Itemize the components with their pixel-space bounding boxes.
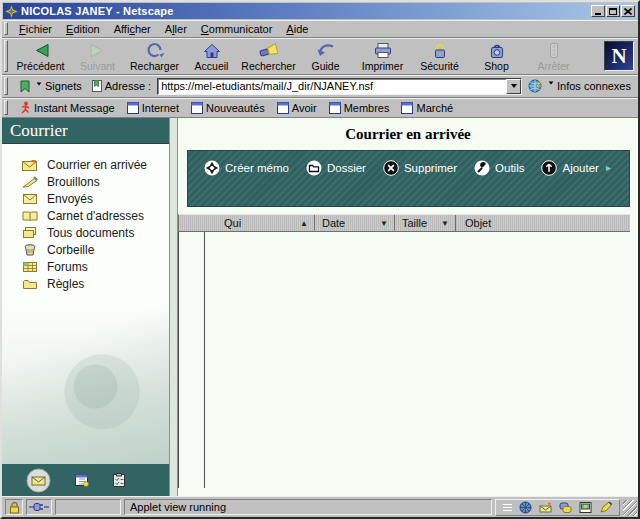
mail-action-toolbar: Créer mémo Dossier Supprimer Outils Ajou… — [187, 150, 630, 207]
membres-button[interactable]: Membres — [325, 101, 394, 115]
shop-button[interactable]: Shop — [468, 40, 525, 73]
related-info-button[interactable]: Infos connexes — [524, 78, 635, 94]
folder-list: Courrier en arrivée Brouillons Envoyés C… — [2, 144, 169, 292]
column-header-qui[interactable]: Qui ▲ — [179, 215, 315, 231]
sidebar-item-forums[interactable]: Forums — [22, 258, 169, 275]
column-header-date[interactable]: Date ▼ — [315, 215, 395, 231]
mail-list-area[interactable] — [178, 232, 630, 488]
sidebar-item-drafts[interactable]: Brouillons — [22, 173, 169, 190]
sidebar-watermark-image — [2, 292, 169, 464]
menu-aide[interactable]: Aide — [279, 22, 315, 36]
security-status[interactable] — [5, 499, 23, 515]
menu-fichier[interactable]: Fichier — [12, 22, 59, 36]
resize-grip[interactable] — [623, 500, 637, 516]
address-input[interactable] — [158, 80, 506, 92]
tools-button[interactable]: Outils — [474, 160, 524, 178]
menu-bar: Fichier Edition Afficher Aller Communica… — [2, 20, 638, 38]
sidebar-item-all-documents[interactable]: Tous documents — [22, 224, 169, 241]
sort-desc-icon[interactable]: ▼ — [441, 219, 449, 228]
search-button[interactable]: Rechercher — [240, 40, 297, 73]
stop-button[interactable]: Arrêter — [525, 40, 582, 73]
shop-icon — [487, 42, 507, 60]
sort-asc-icon[interactable]: ▲ — [300, 219, 308, 228]
internet-button[interactable]: Internet — [123, 101, 183, 115]
delete-icon — [383, 160, 399, 176]
security-button[interactable]: Sécurité — [411, 40, 468, 73]
url-dropdown-button[interactable] — [506, 79, 521, 94]
create-memo-icon — [204, 160, 220, 176]
page-content: Courrier Courrier en arrivée Brouillons … — [2, 118, 638, 496]
column-header-objet[interactable]: Objet — [456, 215, 630, 231]
webpage-icon — [127, 102, 139, 114]
webpage-icon — [277, 102, 289, 114]
back-button[interactable]: Précédent — [12, 40, 69, 73]
search-icon — [259, 42, 279, 60]
sidebar-item-trash[interactable]: Corbeille — [22, 241, 169, 258]
sidebar-item-address-book[interactable]: Carnet d'adresses — [22, 207, 169, 224]
calendar-icon[interactable] — [75, 473, 89, 487]
trash-icon — [22, 244, 38, 256]
minimize-button[interactable] — [591, 5, 605, 17]
bookmark-icon — [18, 80, 32, 93]
address-book-icon[interactable] — [579, 501, 592, 514]
create-memo-button[interactable]: Créer mémo — [204, 160, 289, 178]
address-book-icon — [22, 210, 38, 222]
dropdown-caret-icon — [511, 84, 517, 88]
nouveautes-button[interactable]: Nouveautés — [187, 101, 269, 115]
online-status[interactable] — [26, 499, 52, 515]
forward-icon — [88, 42, 108, 60]
maximize-button[interactable] — [606, 5, 620, 17]
folder-icon — [306, 160, 322, 176]
sidebar-item-rules[interactable]: Règles — [22, 275, 169, 292]
minimize-icon — [595, 13, 601, 15]
menu-edition[interactable]: Edition — [59, 22, 107, 36]
menu-aller[interactable]: Aller — [158, 22, 194, 36]
reload-icon — [145, 42, 165, 60]
mail-circle-icon[interactable] — [26, 468, 51, 493]
forward-button[interactable]: Suivant — [69, 40, 126, 73]
stop-icon — [544, 42, 564, 60]
navigator-icon[interactable] — [519, 501, 532, 514]
close-button[interactable] — [621, 5, 635, 17]
selection-margin-column — [179, 232, 205, 488]
bookmarks-button[interactable]: Signets — [14, 79, 86, 94]
checklist-icon[interactable] — [113, 473, 125, 487]
window-title: NICOLAS JANEY - Netscape — [21, 5, 590, 17]
menu-communicator[interactable]: Communicator — [194, 22, 280, 36]
instant-message-button[interactable]: Instant Message — [16, 100, 119, 115]
netscape-logo[interactable]: N — [604, 41, 634, 71]
home-button[interactable]: Accueil — [183, 40, 240, 73]
webpage-icon — [401, 102, 413, 114]
sidebar-item-inbox[interactable]: Courrier en arrivée — [22, 156, 169, 173]
toolbar-grip[interactable] — [4, 100, 8, 115]
page-proxy-icon-wrap[interactable]: Adresse : — [88, 79, 155, 93]
marche-button[interactable]: Marché — [397, 101, 457, 115]
component-bar-grip[interactable] — [503, 504, 512, 511]
progress-meter — [55, 499, 121, 515]
column-header-taille[interactable]: Taille ▼ — [395, 215, 456, 231]
avoir-button[interactable]: Avoir — [273, 101, 321, 115]
address-bar: Signets Adresse : Infos connexes — [2, 75, 638, 98]
toolbar-grip[interactable] — [4, 22, 8, 35]
guide-button[interactable]: Guide — [297, 40, 354, 73]
page-icon — [92, 80, 102, 92]
menu-afficher[interactable]: Afficher — [107, 22, 158, 36]
inbox-icon — [22, 159, 38, 171]
sidebar-item-sent[interactable]: Envoyés — [22, 190, 169, 207]
add-button[interactable]: Ajouter ▸ — [541, 160, 610, 178]
reload-button[interactable]: Recharger — [126, 40, 183, 73]
webpage-icon — [191, 102, 203, 114]
toolbar-grip[interactable] — [4, 40, 8, 72]
sort-desc-icon[interactable]: ▼ — [380, 219, 388, 228]
toolbar-grip[interactable] — [4, 77, 8, 95]
folder-button[interactable]: Dossier — [306, 160, 366, 178]
sent-icon — [22, 193, 38, 205]
discussions-icon[interactable] — [559, 501, 572, 514]
print-button[interactable]: Imprimer — [354, 40, 411, 73]
mail-sidebar: Courrier Courrier en arrivée Brouillons … — [2, 118, 170, 496]
delete-button[interactable]: Supprimer — [383, 160, 457, 178]
title-bar[interactable]: NICOLAS JANEY - Netscape — [3, 3, 637, 19]
mailbox-icon[interactable] — [539, 501, 552, 514]
composer-icon[interactable] — [599, 501, 612, 514]
padlock-icon — [9, 501, 20, 514]
